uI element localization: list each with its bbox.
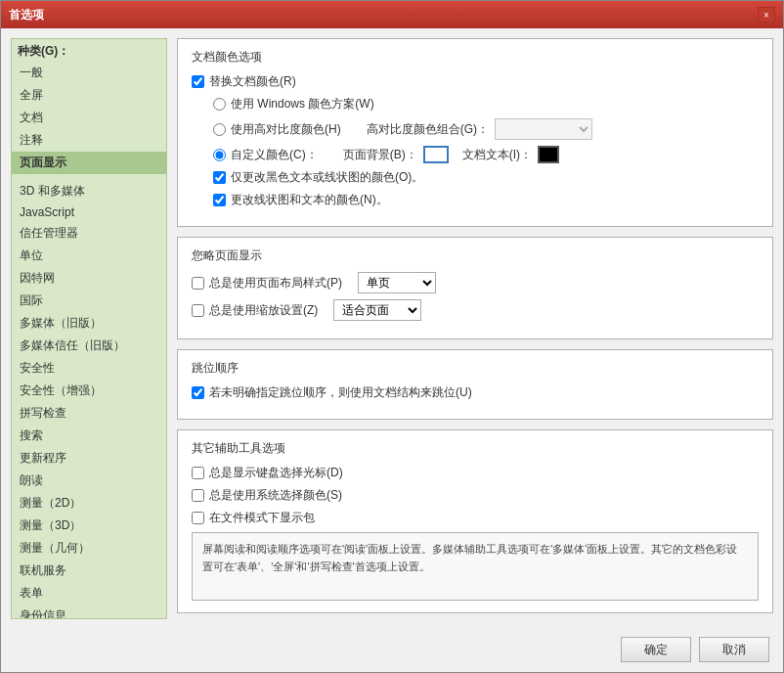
sidebar-item-forms[interactable]: 表单 xyxy=(12,582,166,605)
tab-order-section: 跳位顺序 若未明确指定跳位顺序，则使用文档结构来跳位(U) xyxy=(177,349,773,420)
only-black-label[interactable]: 仅更改黑色文本或线状图的颜色(O)。 xyxy=(213,169,423,186)
show-keyboard-row: 总是显示键盘选择光标(D) xyxy=(192,465,759,481)
always-layout-checkbox[interactable] xyxy=(192,277,204,290)
change-line-art-row: 更改线状图和文本的颜色(N)。 xyxy=(213,192,759,208)
sidebar-item-updater[interactable]: 更新程序 xyxy=(12,447,166,470)
change-line-art-label[interactable]: 更改线状图和文本的颜色(N)。 xyxy=(213,192,388,208)
sidebar-item-units[interactable]: 单位 xyxy=(12,245,166,267)
sidebar-item-measure2d[interactable]: 测量（2D） xyxy=(12,492,166,515)
sidebar-bottom-group: 3D 和多媒体JavaScript信任管理器单位因特网国际多媒体（旧版）多媒体信… xyxy=(12,180,166,619)
sidebar-item-identity[interactable]: 身份信息 xyxy=(12,605,166,619)
cancel-button[interactable]: 取消 xyxy=(699,637,769,662)
doc-color-title: 文档颜色选项 xyxy=(192,49,759,66)
sidebar-top-group: 一般全屏文档注释页面显示 xyxy=(12,62,166,174)
only-black-row: 仅更改黑色文本或线状图的颜色(O)。 xyxy=(213,169,759,186)
sidebar-item-multimedia_trust[interactable]: 多媒体信任（旧版） xyxy=(12,335,166,357)
always-layout-row: 总是使用页面布局样式(P) 单页 双页 书册 xyxy=(192,272,759,293)
windows-colors-row: 使用 Windows 颜色方案(W) xyxy=(213,96,759,112)
title-bar: 首选项 × xyxy=(1,1,783,28)
sidebar-item-search[interactable]: 搜索 xyxy=(12,425,166,447)
show-keyboard-checkbox[interactable] xyxy=(192,467,204,479)
replace-colors-label[interactable]: 替换文档颜色(R) xyxy=(192,73,296,90)
always-zoom-label[interactable]: 总是使用缩放设置(Z) xyxy=(192,302,318,319)
doc-color-section: 文档颜色选项 替换文档颜色(R) 使用 Windows 颜色方案(W) xyxy=(177,38,773,227)
show-keyboard-label[interactable]: 总是显示键盘选择光标(D) xyxy=(192,465,343,481)
use-doc-structure-row: 若未明确指定跳位顺序，则使用文档结构来跳位(U) xyxy=(192,384,759,401)
page-display-section: 您略页面显示 总是使用页面布局样式(P) 单页 双页 书册 xyxy=(177,237,773,339)
replace-colors-checkbox[interactable] xyxy=(192,75,204,88)
custom-colors-radio[interactable] xyxy=(213,149,226,161)
sidebar-item-measure3d[interactable]: 测量（3D） xyxy=(12,515,166,537)
window-title: 首选项 xyxy=(9,7,44,23)
always-zoom-checkbox[interactable] xyxy=(192,304,204,317)
only-black-checkbox[interactable] xyxy=(213,171,226,184)
sidebar-item-measuregeo[interactable]: 测量（几何） xyxy=(12,537,166,560)
high-contrast-select[interactable] xyxy=(495,118,592,140)
window-controls: × xyxy=(758,7,775,22)
footer: 确定 取消 xyxy=(1,629,783,672)
page-bg-swatch[interactable] xyxy=(423,146,449,163)
sidebar-item-general[interactable]: 一般 xyxy=(12,62,166,84)
windows-colors-radio[interactable] xyxy=(213,98,226,111)
high-contrast-radio[interactable] xyxy=(213,123,226,136)
close-button[interactable]: × xyxy=(758,7,775,22)
sidebar-item-security[interactable]: 安全性 xyxy=(12,357,166,380)
layout-select[interactable]: 单页 双页 书册 xyxy=(358,272,436,293)
use-system-colors-row: 总是使用系统选择颜色(S) xyxy=(192,487,759,504)
sidebar-item-spell[interactable]: 拼写检查 xyxy=(12,402,166,425)
sidebar: 种类(G)： 一般全屏文档注释页面显示 3D 和多媒体JavaScript信任管… xyxy=(11,38,167,619)
main-panel: 文档颜色选项 替换文档颜色(R) 使用 Windows 颜色方案(W) xyxy=(177,38,773,619)
other-tools-title: 其它辅助工具选项 xyxy=(192,440,759,457)
show-in-file-mode-row: 在文件模式下显示包 xyxy=(192,510,759,526)
sidebar-label: 种类(G)： xyxy=(12,39,166,62)
custom-colors-label[interactable]: 自定义颜色(C)： xyxy=(213,147,318,163)
sidebar-item-document[interactable]: 文档 xyxy=(12,107,166,129)
sidebar-item-multimedia_old[interactable]: 多媒体（旧版） xyxy=(12,312,166,335)
use-system-colors-label[interactable]: 总是使用系统选择颜色(S) xyxy=(192,487,342,504)
sidebar-item-comments[interactable]: 注释 xyxy=(12,129,166,152)
high-contrast-combo-label: 高对比度颜色组合(G)： xyxy=(367,121,489,138)
sidebar-item-3d_media[interactable]: 3D 和多媒体 xyxy=(12,180,166,202)
preferences-window: 首选项 × 种类(G)： 一般全屏文档注释页面显示 3D 和多媒体JavaScr… xyxy=(0,0,784,673)
replace-colors-row: 替换文档颜色(R) xyxy=(192,73,759,90)
show-in-file-mode-label[interactable]: 在文件模式下显示包 xyxy=(192,510,315,526)
use-doc-structure-checkbox[interactable] xyxy=(192,386,204,399)
page-bg-label: 页面背景(B)： xyxy=(343,147,417,163)
page-display-title: 您略页面显示 xyxy=(192,247,759,264)
sidebar-item-reading[interactable]: 朗读 xyxy=(12,470,166,492)
use-doc-structure-label[interactable]: 若未明确指定跳位顺序，则使用文档结构来跳位(U) xyxy=(192,384,472,401)
doc-text-label: 文档文本(I)： xyxy=(462,147,532,163)
content-area: 种类(G)： 一般全屏文档注释页面显示 3D 和多媒体JavaScript信任管… xyxy=(1,28,783,629)
sidebar-item-trust_manager[interactable]: 信任管理器 xyxy=(12,222,166,245)
other-tools-section: 其它辅助工具选项 总是显示键盘选择光标(D) 总是使用系统选择颜色(S) xyxy=(177,429,773,613)
info-box: 屏幕阅读和阅读顺序选项可在'阅读'面板上设置。多媒体辅助工具选项可在'多媒体'面… xyxy=(192,532,759,601)
custom-colors-row: 自定义颜色(C)： 页面背景(B)： 文档文本(I)： xyxy=(213,146,759,163)
sidebar-item-web_capture[interactable]: 联机服务 xyxy=(12,560,166,582)
high-contrast-label[interactable]: 使用高对比度颜色(H) xyxy=(213,121,341,138)
use-system-colors-checkbox[interactable] xyxy=(192,489,204,502)
doc-text-swatch[interactable] xyxy=(538,146,559,163)
tab-order-title: 跳位顺序 xyxy=(192,360,759,377)
sidebar-item-page_display[interactable]: 页面显示 xyxy=(12,152,166,174)
zoom-select[interactable]: 适合页面 实际大小 适合宽度 xyxy=(333,299,421,321)
high-contrast-row: 使用高对比度颜色(H) 高对比度颜色组合(G)： xyxy=(213,118,759,140)
always-layout-label[interactable]: 总是使用页面布局样式(P) xyxy=(192,275,342,292)
ok-button[interactable]: 确定 xyxy=(621,637,691,662)
sidebar-item-grids[interactable]: 因特网 xyxy=(12,267,166,290)
show-in-file-mode-checkbox[interactable] xyxy=(192,512,204,524)
sidebar-item-fullscreen[interactable]: 全屏 xyxy=(12,84,166,107)
change-line-art-checkbox[interactable] xyxy=(213,194,226,206)
windows-colors-label[interactable]: 使用 Windows 颜色方案(W) xyxy=(213,96,374,112)
always-zoom-row: 总是使用缩放设置(Z) 适合页面 实际大小 适合宽度 xyxy=(192,299,759,321)
sidebar-item-javascript[interactable]: JavaScript xyxy=(12,202,166,222)
sidebar-item-intl[interactable]: 国际 xyxy=(12,290,166,312)
sidebar-item-security_enhanced[interactable]: 安全性（增强） xyxy=(12,380,166,402)
